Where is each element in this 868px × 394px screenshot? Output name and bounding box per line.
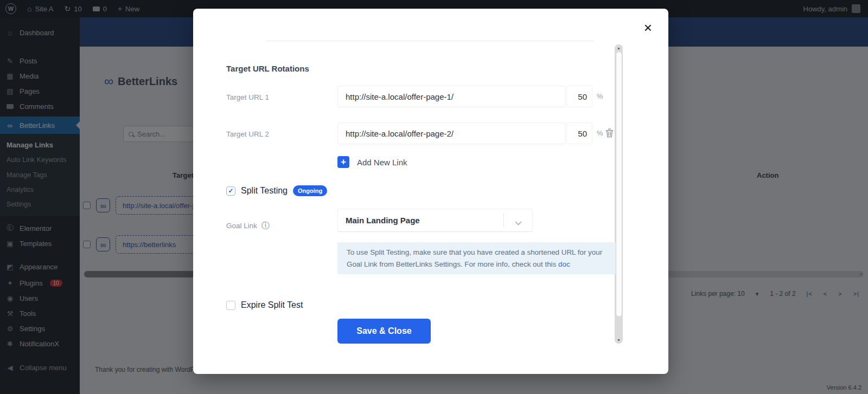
scroll-down-icon[interactable]: ▼ [615, 338, 623, 342]
expire-split-test-label: Expire Split Test [241, 300, 303, 310]
target-url-2-input[interactable]: http://site-a.local/offer-page-2/ [337, 122, 565, 144]
modal-scrollbar-thumb[interactable] [616, 51, 622, 317]
target-url-1-input[interactable]: http://site-a.local/offer-page-1/ [337, 86, 565, 107]
scrolled-field-edge [266, 41, 594, 41]
target-url-1-label: Target URL 1 [226, 93, 269, 101]
target-url-2-percent-input[interactable]: 50 [566, 122, 592, 144]
doc-link[interactable]: doc [558, 260, 570, 268]
save-close-button[interactable]: Save & Close [337, 319, 431, 344]
close-icon[interactable]: × [644, 21, 652, 35]
trash-icon[interactable] [605, 128, 614, 140]
target-url-2-label: Target URL 2 [226, 130, 269, 138]
edit-link-modal: × ▲ ▼ Target URL Rotations Target URL 1 … [193, 9, 668, 374]
expire-split-test-checkbox[interactable] [226, 301, 235, 310]
goal-link-value: Main Landing Page [346, 216, 420, 225]
percent-unit-label: % [597, 92, 603, 100]
modal-scrollbar[interactable]: ▲ ▼ [615, 44, 623, 344]
goal-link-label: Goal Link [226, 222, 257, 230]
split-testing-checkbox[interactable]: ✓ [226, 186, 235, 196]
split-testing-info-note: To use Split Testing, make sure that you… [337, 242, 616, 274]
info-icon[interactable]: ⓘ [261, 221, 270, 231]
split-testing-row: ✓ Split Testing Ongoing [226, 185, 327, 196]
add-new-link-label: Add New Link [357, 158, 407, 167]
percent-unit-label: % [597, 129, 603, 137]
expire-split-test-row: Expire Split Test [226, 300, 303, 310]
chevron-down-icon [515, 218, 522, 228]
target-url-1-percent-input[interactable]: 50 [566, 86, 592, 107]
select-divider [503, 214, 504, 227]
goal-link-select[interactable]: Main Landing Page [337, 209, 533, 232]
split-testing-label: Split Testing [241, 186, 288, 196]
scroll-up-icon[interactable]: ▲ [615, 46, 623, 50]
goal-link-label-row: Goal Link ⓘ [226, 221, 270, 231]
add-new-link-button[interactable]: + Add New Link [337, 156, 407, 168]
section-title: Target URL Rotations [226, 64, 309, 73]
add-plus-icon: + [337, 156, 349, 168]
ongoing-badge: Ongoing [293, 185, 327, 196]
